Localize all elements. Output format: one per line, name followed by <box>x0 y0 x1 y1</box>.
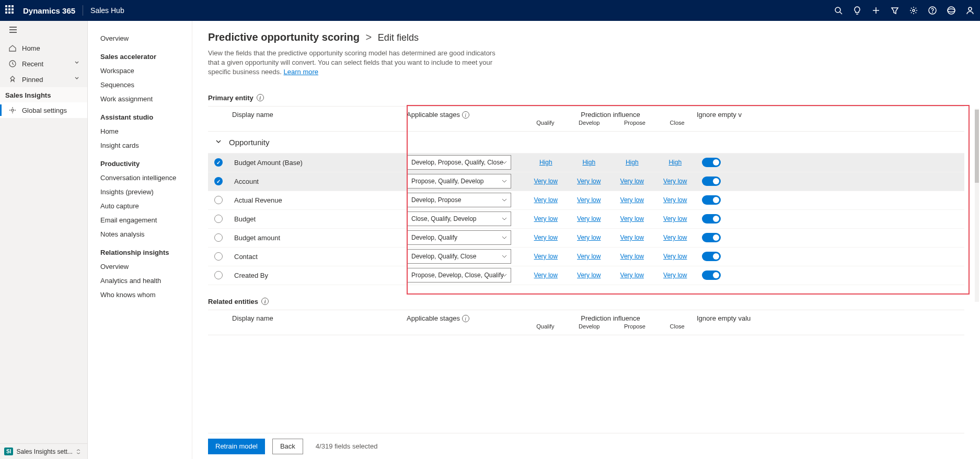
subnav-overview[interactable]: Overview <box>88 31 192 45</box>
subnav-insights-prev[interactable]: Insights (preview) <box>88 185 192 199</box>
subnav-notes-analysis[interactable]: Notes analysis <box>88 227 192 241</box>
col-display-name[interactable]: Display name <box>229 107 407 119</box>
subnav-conv-intel[interactable]: Conversation intelligence <box>88 171 192 185</box>
ignore-empty-toggle[interactable] <box>702 214 721 223</box>
influence-link-close[interactable]: Very low <box>663 178 687 185</box>
stage-select[interactable]: Propose, Develop, Close, Qualify <box>407 268 511 283</box>
ignore-empty-toggle[interactable] <box>702 233 721 242</box>
influence-link-close[interactable]: Very low <box>663 215 687 222</box>
influence-link-qualify[interactable]: Very low <box>534 196 558 204</box>
influence-link-qualify[interactable]: Very low <box>534 215 558 222</box>
table-row[interactable]: AccountPropose, Qualify, DevelopVery low… <box>208 172 964 191</box>
influence-link-close[interactable]: Very low <box>663 196 687 204</box>
nav-footer[interactable]: SI Sales Insights sett... <box>0 443 87 459</box>
ignore-empty-toggle[interactable] <box>702 270 721 280</box>
col-ignore-empty[interactable]: Ignore empty v <box>697 107 964 119</box>
subnav-auto-capture[interactable]: Auto capture <box>88 199 192 213</box>
brand-title[interactable]: Dynamics 365 <box>23 6 75 15</box>
table-row[interactable]: Created ByPropose, Develop, Close, Quali… <box>208 266 964 285</box>
col-prediction-influence[interactable]: Prediction influence Qualify Develop Pro… <box>524 107 697 126</box>
col-applicable-stages[interactable]: Applicable stages i <box>407 310 524 323</box>
row-checkbox[interactable] <box>214 158 223 167</box>
stage-select[interactable]: Develop, Propose <box>407 193 511 207</box>
influence-link-close[interactable]: Very low <box>663 234 687 241</box>
stage-select[interactable]: Develop, Qualify <box>407 230 511 245</box>
influence-link-qualify[interactable]: High <box>539 159 552 166</box>
row-checkbox[interactable] <box>214 252 223 261</box>
learn-more-link[interactable]: Learn more <box>284 68 318 76</box>
scrollbar-thumb[interactable] <box>975 110 979 183</box>
col-prediction-influence[interactable]: Prediction influence QualifyDevelopPropo… <box>524 310 697 329</box>
info-icon[interactable]: i <box>261 298 269 305</box>
influence-link-propose[interactable]: Very low <box>620 272 644 279</box>
influence-link-develop[interactable]: Very low <box>577 234 601 241</box>
stage-select[interactable]: Close, Qualify, Develop <box>407 211 511 226</box>
row-checkbox[interactable] <box>214 177 223 185</box>
vertical-scrollbar[interactable] <box>975 109 979 302</box>
influence-link-develop[interactable]: Very low <box>577 215 601 222</box>
gear-icon[interactable] <box>909 6 918 15</box>
col-applicable-stages[interactable]: Applicable stages i <box>407 107 524 119</box>
info-icon[interactable]: i <box>462 315 469 322</box>
influence-link-develop[interactable]: Very low <box>577 196 601 204</box>
table-row[interactable]: ContactDevelop, Qualify, CloseVery lowVe… <box>208 248 964 266</box>
subnav-work-assignment[interactable]: Work assignment <box>88 92 192 106</box>
search-icon[interactable] <box>834 6 843 15</box>
nav-global-settings[interactable]: Global settings <box>0 102 87 118</box>
col-display-name[interactable]: Display name <box>229 310 407 322</box>
filter-icon[interactable] <box>890 6 900 15</box>
app-name[interactable]: Sales Hub <box>90 6 124 15</box>
row-checkbox[interactable] <box>214 233 223 242</box>
bulb-icon[interactable] <box>852 6 862 15</box>
back-button[interactable]: Back <box>272 439 303 454</box>
influence-link-propose[interactable]: High <box>626 159 639 166</box>
row-checkbox[interactable] <box>214 215 223 223</box>
nav-recent[interactable]: Recent <box>0 56 87 72</box>
crumb-root[interactable]: Predictive opportunity scoring <box>208 31 360 43</box>
influence-link-develop[interactable]: High <box>582 159 595 166</box>
influence-link-propose[interactable]: Very low <box>620 234 644 241</box>
ignore-empty-toggle[interactable] <box>702 195 721 205</box>
table-row[interactable]: Budget amountDevelop, QualifyVery lowVer… <box>208 229 964 248</box>
ignore-empty-toggle[interactable] <box>702 252 721 261</box>
plus-icon[interactable] <box>871 6 881 15</box>
col-ignore-empty[interactable]: Ignore empty valu <box>697 310 964 322</box>
influence-link-develop[interactable]: Very low <box>577 272 601 279</box>
mixed-reality-icon[interactable] <box>947 6 956 15</box>
table-row[interactable]: Actual RevenueDevelop, ProposeVery lowVe… <box>208 191 964 210</box>
subnav-analytics-health[interactable]: Analytics and health <box>88 274 192 288</box>
nav-home[interactable]: Home <box>0 40 87 56</box>
subnav-who-knows[interactable]: Who knows whom <box>88 288 192 302</box>
influence-link-close[interactable]: High <box>668 159 682 166</box>
subnav-insight-cards[interactable]: Insight cards <box>88 138 192 152</box>
influence-link-close[interactable]: Very low <box>663 253 687 260</box>
influence-link-propose[interactable]: Very low <box>620 178 644 185</box>
stage-select[interactable]: Develop, Qualify, Close <box>407 249 511 264</box>
ignore-empty-toggle[interactable] <box>702 176 721 186</box>
subnav-rel-overview[interactable]: Overview <box>88 260 192 274</box>
stage-select[interactable]: Develop, Propose, Qualify, Close <box>407 155 511 170</box>
nav-pinned[interactable]: Pinned <box>0 72 87 87</box>
subnav-sequences[interactable]: Sequences <box>88 78 192 92</box>
influence-link-develop[interactable]: Very low <box>577 178 601 185</box>
retrain-model-button[interactable]: Retrain model <box>208 439 265 454</box>
table-row[interactable]: Budget Amount (Base)Develop, Propose, Qu… <box>208 154 964 172</box>
help-icon[interactable] <box>928 6 937 15</box>
subnav-workspace[interactable]: Workspace <box>88 64 192 78</box>
group-row-opportunity[interactable]: Opportunity <box>208 132 964 154</box>
table-row[interactable]: BudgetClose, Qualify, DevelopVery lowVer… <box>208 210 964 229</box>
influence-link-qualify[interactable]: Very low <box>534 178 558 185</box>
influence-link-propose[interactable]: Very low <box>620 196 644 204</box>
influence-link-develop[interactable]: Very low <box>577 253 601 260</box>
row-checkbox[interactable] <box>214 196 223 204</box>
info-icon[interactable]: i <box>257 94 264 101</box>
info-icon[interactable]: i <box>462 111 469 119</box>
influence-link-qualify[interactable]: Very low <box>534 234 558 241</box>
person-icon[interactable] <box>965 6 975 15</box>
influence-link-close[interactable]: Very low <box>663 272 687 279</box>
stage-select[interactable]: Propose, Qualify, Develop <box>407 174 511 189</box>
ignore-empty-toggle[interactable] <box>702 158 721 167</box>
influence-link-qualify[interactable]: Very low <box>534 272 558 279</box>
app-launcher-icon[interactable] <box>5 5 16 16</box>
influence-link-propose[interactable]: Very low <box>620 215 644 222</box>
